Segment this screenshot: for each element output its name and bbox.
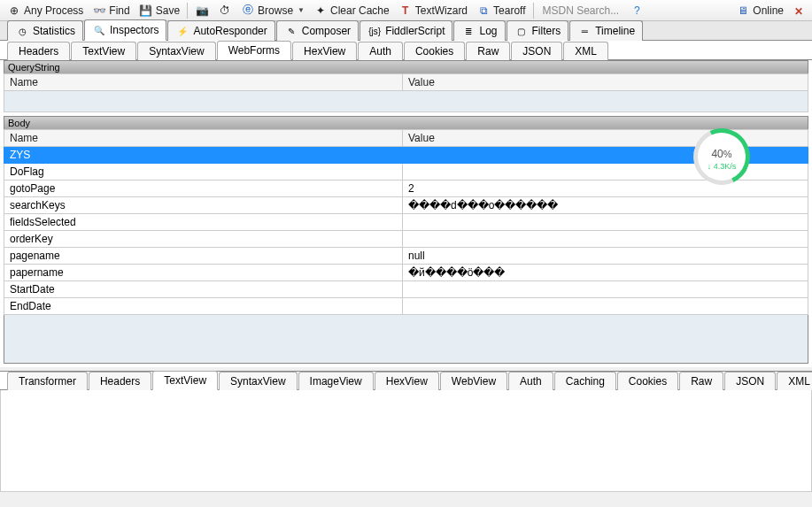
main-tab-label: AutoResponder <box>193 25 267 37</box>
cell-value[interactable]: ����d���o������ <box>403 197 808 214</box>
response-tab-raw[interactable]: Raw <box>679 372 723 390</box>
magnifier-icon: 🔍 <box>92 23 106 37</box>
response-tab-textview[interactable]: TextView <box>152 371 218 390</box>
response-tab-bar: TransformerHeadersTextViewSyntaxViewImag… <box>0 371 812 390</box>
table-row[interactable]: ZYS <box>4 147 808 164</box>
response-tab-cookies[interactable]: Cookies <box>617 372 678 390</box>
cell-name[interactable]: searchKeys <box>4 197 403 214</box>
response-tab-caching[interactable]: Caching <box>554 372 616 390</box>
main-tab-filters[interactable]: ▢Filters <box>507 20 569 41</box>
request-tab-json[interactable]: JSON <box>511 42 562 60</box>
main-tab-label: FiddlerScript <box>385 25 445 37</box>
clock-icon: ◷ <box>15 24 29 38</box>
querystring-table: Name Value <box>4 73 808 112</box>
help-button[interactable]: ? <box>626 2 647 19</box>
request-tab-bar: HeadersTextViewSyntaxViewWebFormsHexView… <box>0 41 812 60</box>
table-row[interactable]: papername�й����ö��� <box>4 265 808 281</box>
close-button[interactable]: ✕ <box>789 4 808 18</box>
response-tab-hexview[interactable]: HexView <box>375 372 439 390</box>
request-tab-headers[interactable]: Headers <box>7 42 70 60</box>
table-row[interactable]: pagenamenull <box>4 248 808 265</box>
main-tab-autoresponder[interactable]: ⚡AutoResponder <box>167 20 275 41</box>
cell-name[interactable]: papername <box>4 265 403 281</box>
response-tab-headers[interactable]: Headers <box>89 372 151 390</box>
online-status[interactable]: 🖥 Online <box>732 2 787 19</box>
table-row[interactable]: EndDate <box>4 298 808 315</box>
main-tab-statistics[interactable]: ◷Statistics <box>7 20 83 41</box>
timer-button[interactable]: ⏱ <box>214 2 236 19</box>
cell-name[interactable]: ZYS <box>4 147 403 164</box>
response-tab-transformer[interactable]: Transformer <box>7 372 88 390</box>
request-tab-webforms[interactable]: WebForms <box>217 41 291 60</box>
tearoff-button[interactable]: ⧉ Tearoff <box>473 2 529 19</box>
response-tab-json[interactable]: JSON <box>724 372 776 390</box>
any-process-label: Any Process <box>24 4 83 17</box>
timeline-icon: ═ <box>577 24 592 38</box>
chevron-down-icon: ▼ <box>296 6 305 14</box>
request-tab-xml[interactable]: XML <box>563 42 608 60</box>
request-tab-raw[interactable]: Raw <box>466 42 510 60</box>
cell-value[interactable]: �й����ö��� <box>403 265 808 281</box>
monitor-icon: 🖥 <box>736 4 750 18</box>
cell-value[interactable] <box>403 281 808 298</box>
cell-name[interactable]: EndDate <box>4 298 403 315</box>
cell-value[interactable] <box>403 231 808 248</box>
table-row[interactable]: DoFlag <box>4 164 808 181</box>
save-button[interactable]: 💾 Save <box>135 2 183 19</box>
browse-button[interactable]: ⓔ Browse ▼ <box>237 2 308 19</box>
cell-name[interactable]: fieldsSelected <box>4 214 403 231</box>
request-tab-auth[interactable]: Auth <box>358 42 403 60</box>
disk-icon: 💾 <box>139 4 153 18</box>
request-tab-textview[interactable]: TextView <box>71 42 136 60</box>
cell-name[interactable]: gotoPage <box>4 181 403 197</box>
body-col-name[interactable]: Name <box>4 130 403 147</box>
response-tab-webview[interactable]: WebView <box>440 372 507 390</box>
main-tab-fiddlerscript[interactable]: {js}FiddlerScript <box>360 20 452 41</box>
response-tab-auth[interactable]: Auth <box>508 372 553 390</box>
body-table-filler <box>4 315 808 364</box>
query-col-name[interactable]: Name <box>4 74 403 91</box>
any-process-button[interactable]: ⊕ Any Process <box>4 2 87 19</box>
body-section-header: Body <box>4 116 808 129</box>
screenshot-button[interactable]: 📷 <box>191 2 213 19</box>
cell-name[interactable]: DoFlag <box>4 164 403 181</box>
main-tab-timeline[interactable]: ═Timeline <box>569 20 643 41</box>
find-button[interactable]: 👓 Find <box>89 2 133 19</box>
main-tab-composer[interactable]: ✎Composer <box>276 20 359 41</box>
cell-name[interactable]: orderKey <box>4 231 403 248</box>
table-row[interactable]: searchKeys����d���o������ <box>4 197 808 214</box>
table-row[interactable]: StartDate <box>4 281 808 298</box>
response-tab-syntaxview[interactable]: SyntaxView <box>219 372 297 390</box>
request-tab-cookies[interactable]: Cookies <box>404 42 465 60</box>
cell-value[interactable]: null <box>403 248 808 265</box>
msdn-search-input[interactable]: MSDN Search... <box>537 4 625 17</box>
filter-icon: ▢ <box>514 24 529 38</box>
response-tab-imageview[interactable]: ImageView <box>298 372 374 390</box>
main-tab-log[interactable]: ≣Log <box>453 20 505 41</box>
query-empty-row[interactable] <box>4 91 808 112</box>
clear-cache-button[interactable]: ✦ Clear Cache <box>310 2 393 19</box>
close-icon: ✕ <box>794 5 803 18</box>
request-tab-syntaxview[interactable]: SyntaxView <box>137 42 215 60</box>
cell-name[interactable]: StartDate <box>4 281 403 298</box>
speed-badge: 40% ↓ 4.3K/s <box>693 128 750 185</box>
broom-icon: ✦ <box>313 4 328 18</box>
request-tab-hexview[interactable]: HexView <box>292 42 357 60</box>
table-row[interactable]: gotoPage2 <box>4 181 808 197</box>
textwizard-button[interactable]: T TextWizard <box>395 2 471 19</box>
cell-value[interactable] <box>403 298 808 315</box>
table-row[interactable]: orderKey <box>4 231 808 248</box>
main-tab-label: Filters <box>532 25 561 37</box>
response-textview[interactable] <box>0 390 812 492</box>
response-tab-xml[interactable]: XML <box>777 372 812 390</box>
table-row[interactable]: fieldsSelected <box>4 214 808 231</box>
cell-name[interactable]: pagename <box>4 248 403 265</box>
main-tab-inspectors[interactable]: 🔍Inspectors <box>84 19 166 41</box>
list-icon: ≣ <box>461 24 476 38</box>
find-label: Find <box>109 4 129 17</box>
pencil-icon: ✎ <box>284 24 298 38</box>
speed-percent: 40% <box>711 143 731 162</box>
main-tab-label: Log <box>479 25 497 37</box>
query-col-value[interactable]: Value <box>403 74 808 91</box>
cell-value[interactable] <box>403 214 808 231</box>
